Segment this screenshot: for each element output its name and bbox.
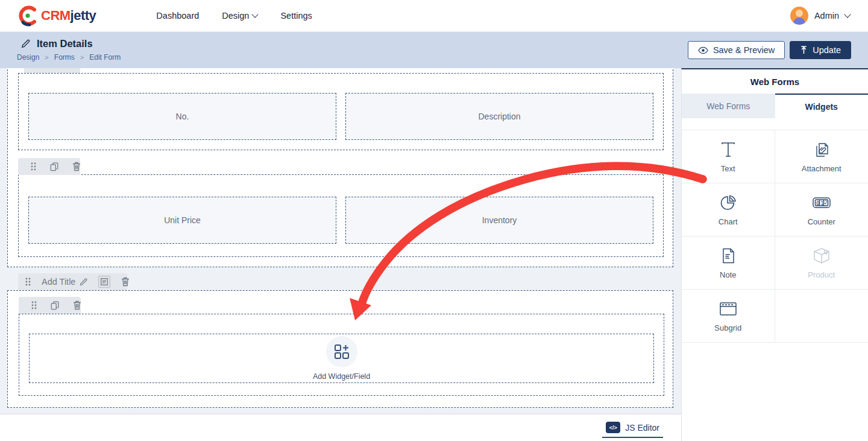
top-navbar: CRMjetty Dashboard Design Settings Admin bbox=[0, 0, 868, 32]
widget-subgrid[interactable]: Subgrid bbox=[682, 290, 775, 343]
widget-label: Counter bbox=[808, 217, 835, 226]
avatar bbox=[790, 7, 808, 25]
row-toolbar-3 bbox=[19, 297, 81, 314]
form-row-2[interactable]: Unit Price Inventory bbox=[18, 174, 664, 257]
breadcrumb-separator: > bbox=[45, 54, 48, 61]
widget-label: Attachment bbox=[802, 164, 841, 173]
nav-design[interactable]: Design bbox=[222, 11, 257, 21]
brand-name: CRMjetty bbox=[41, 8, 96, 24]
empty-widget-slot[interactable]: Add Widget/Field bbox=[29, 334, 654, 383]
drag-handle-icon[interactable] bbox=[25, 300, 43, 311]
user-name: Admin bbox=[814, 11, 839, 21]
field-no[interactable]: No. bbox=[28, 93, 336, 140]
save-preview-button[interactable]: Save & Preview bbox=[688, 41, 785, 59]
chevron-down-icon bbox=[252, 11, 259, 17]
field-label: No. bbox=[176, 112, 189, 121]
page-title: Item Details bbox=[37, 38, 93, 49]
widget-counter[interactable]: 0 1 2 Counter bbox=[775, 183, 868, 236]
form-row-3[interactable]: Add Widget/Field bbox=[19, 314, 664, 396]
widget-product: Product bbox=[775, 236, 868, 290]
copy-row-icon[interactable] bbox=[43, 161, 66, 172]
field-label: Unit Price bbox=[164, 215, 201, 225]
widget-label: Note bbox=[720, 270, 736, 279]
field-inventory[interactable]: Inventory bbox=[345, 197, 653, 244]
main-nav: Dashboard Design Settings bbox=[156, 11, 312, 21]
js-editor-label: JS Editor bbox=[625, 423, 659, 433]
widget-chart[interactable]: Chart bbox=[682, 183, 775, 236]
delete-section-icon[interactable] bbox=[116, 276, 135, 287]
svg-text:1: 1 bbox=[820, 200, 823, 206]
update-button[interactable]: Update bbox=[790, 41, 851, 59]
field-unit-price[interactable]: Unit Price bbox=[28, 197, 336, 244]
row-toolbar-2 bbox=[18, 158, 80, 175]
breadcrumb-separator: > bbox=[80, 54, 84, 61]
widget-label: Chart bbox=[719, 217, 738, 226]
chevron-down-icon bbox=[844, 11, 851, 17]
edit-pencil-icon[interactable] bbox=[20, 39, 31, 49]
section-settings-icon[interactable] bbox=[93, 276, 116, 287]
widget-label: Product bbox=[808, 270, 835, 279]
form-canvas: No. Description bbox=[0, 68, 681, 441]
note-icon bbox=[719, 247, 737, 265]
breadcrumb-design[interactable]: Design bbox=[17, 53, 39, 62]
svg-text:2: 2 bbox=[824, 199, 828, 205]
save-preview-label: Save & Preview bbox=[713, 45, 775, 55]
edit-title-pencil-icon[interactable] bbox=[79, 276, 93, 287]
drag-handle-icon[interactable] bbox=[22, 276, 34, 287]
eye-icon bbox=[698, 46, 708, 54]
row-toolbar-cut[interactable] bbox=[24, 68, 80, 73]
field-label: Description bbox=[478, 112, 520, 121]
user-menu[interactable]: Admin bbox=[790, 7, 850, 25]
nav-dashboard[interactable]: Dashboard bbox=[156, 11, 199, 21]
brand-logo-icon bbox=[17, 4, 39, 27]
canvas-footer: </> JS Editor bbox=[0, 414, 681, 441]
widgets-sidebar: Web Forms Web Forms Widgets Text bbox=[681, 68, 868, 441]
field-description[interactable]: Description bbox=[345, 93, 653, 140]
delete-row-icon[interactable] bbox=[66, 300, 88, 311]
widget-grid: Text Attachment bbox=[682, 130, 868, 343]
tab-web-forms[interactable]: Web Forms bbox=[682, 94, 775, 118]
page-header: Item Details Design > Forms > Edit Form … bbox=[0, 32, 868, 68]
upload-icon bbox=[800, 46, 808, 55]
form-row-1[interactable]: No. Description bbox=[18, 73, 664, 150]
attachment-icon bbox=[813, 141, 831, 159]
tab-widgets[interactable]: Widgets bbox=[775, 94, 868, 118]
text-icon bbox=[719, 141, 737, 159]
page: CRMjetty Dashboard Design Settings Admin… bbox=[0, 0, 868, 441]
copy-row-icon[interactable] bbox=[43, 300, 66, 311]
widget-label: Text bbox=[721, 164, 735, 173]
chart-icon bbox=[719, 194, 737, 212]
breadcrumb-forms[interactable]: Forms bbox=[54, 53, 75, 62]
delete-row-icon[interactable] bbox=[66, 161, 87, 172]
breadcrumb-edit-form[interactable]: Edit Form bbox=[89, 53, 121, 62]
widget-attachment[interactable]: Attachment bbox=[775, 130, 868, 183]
counter-icon: 0 1 2 bbox=[811, 194, 832, 212]
svg-text:0: 0 bbox=[816, 200, 819, 206]
sidebar-tabs: Web Forms Widgets bbox=[682, 94, 868, 118]
product-icon bbox=[812, 247, 831, 265]
widget-note[interactable]: Note bbox=[682, 236, 775, 290]
subgrid-icon bbox=[718, 300, 738, 318]
sidebar-title: Web Forms bbox=[682, 69, 868, 94]
add-widget-button[interactable] bbox=[326, 336, 357, 367]
update-label: Update bbox=[813, 45, 841, 55]
widget-text[interactable]: Text bbox=[682, 130, 775, 183]
add-widget-label: Add Widget/Field bbox=[313, 372, 370, 381]
widget-label: Subgrid bbox=[714, 323, 741, 332]
section-toolbar: Add Title bbox=[18, 273, 127, 290]
brand-logo[interactable]: CRMjetty bbox=[17, 4, 96, 27]
js-editor-button[interactable]: </> JS Editor bbox=[602, 420, 663, 438]
widget-empty-cell bbox=[775, 290, 868, 343]
section-title-placeholder[interactable]: Add Title bbox=[34, 277, 79, 287]
add-widget-icon bbox=[334, 344, 350, 360]
nav-settings[interactable]: Settings bbox=[280, 11, 312, 21]
drag-handle-icon[interactable] bbox=[24, 161, 43, 172]
form-section-2[interactable]: Add Widget/Field bbox=[7, 290, 673, 408]
field-label: Inventory bbox=[482, 215, 517, 225]
code-icon: </> bbox=[606, 422, 620, 433]
